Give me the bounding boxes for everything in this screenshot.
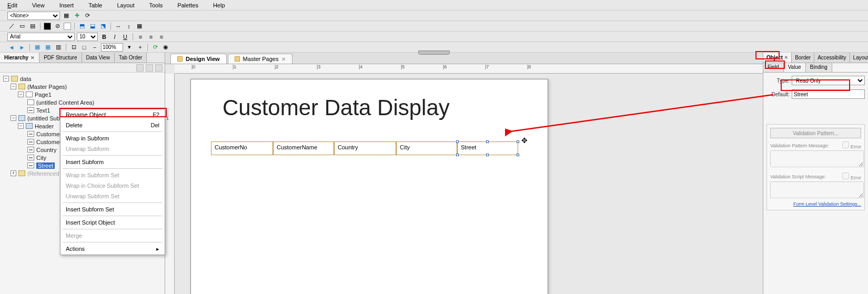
move-up-icon[interactable] (136, 64, 144, 72)
val-script-msg-text[interactable] (770, 181, 864, 198)
tree-master-pages[interactable]: −(Master Pages) (1, 83, 164, 90)
border-icon[interactable]: ▤ (28, 22, 37, 31)
field-customerno[interactable]: CustomerNo (211, 141, 273, 155)
align-right-obj-icon[interactable]: ⬔ (99, 22, 107, 31)
menu-tools[interactable]: Tools (149, 2, 163, 8)
tab-data-view[interactable]: Data View (82, 53, 115, 63)
new-style-icon[interactable]: ✚ (73, 12, 81, 20)
menu-view[interactable]: View (32, 2, 45, 8)
close-icon[interactable]: ✕ (31, 55, 35, 60)
zoom-actual-icon[interactable]: □ (80, 43, 88, 52)
fill-color[interactable] (64, 23, 71, 30)
rect-icon[interactable]: ▭ (18, 22, 26, 31)
cm-actions[interactable]: Actions▸ (60, 244, 165, 255)
bold-icon[interactable]: B (100, 33, 108, 41)
field-customername[interactable]: CustomerName (273, 141, 334, 155)
tab-master-pages[interactable]: Master Pages✕ (228, 54, 293, 64)
field-street[interactable]: Street (457, 141, 518, 155)
tab-layout[interactable]: Layout (850, 53, 868, 63)
tab-pdf-structure[interactable]: PDF Structure (39, 53, 82, 63)
collapse-icon[interactable]: − (18, 92, 24, 97)
cm-rename[interactable]: Rename ObjectF2 (60, 109, 165, 120)
menu-insert[interactable]: Insert (59, 2, 74, 8)
cm-insert-script[interactable]: Insert Script Object (60, 217, 165, 228)
apply-style-icon[interactable]: ▦ (62, 12, 70, 20)
options-icon[interactable] (155, 64, 163, 72)
field-country[interactable]: Country (334, 141, 396, 155)
manage-style-icon[interactable]: ⟳ (83, 12, 92, 20)
guides-icon[interactable]: ▥ (54, 43, 63, 52)
cm-delete[interactable]: DeleteDel (60, 120, 165, 130)
validation-pattern-button[interactable]: Validation Pattern... (770, 128, 861, 138)
tree-content-area[interactable]: (untitled Content Area) (1, 98, 164, 106)
style-selector[interactable]: <None> (7, 12, 60, 20)
preview-icon[interactable]: ◉ (162, 43, 170, 52)
zoom-dropdown-icon[interactable]: ▾ (125, 43, 134, 52)
val-pattern-msg-text[interactable] (770, 150, 864, 167)
collapse-icon[interactable]: − (18, 123, 24, 129)
no-stroke-icon[interactable]: ⊘ (53, 22, 62, 31)
line-icon[interactable]: ／ (7, 22, 16, 31)
cm-insert-subform[interactable]: Insert Subform (60, 157, 165, 167)
zoom-out-icon[interactable]: − (90, 43, 99, 52)
zoom-in-icon[interactable]: ＋ (136, 43, 144, 52)
error-checkbox-1[interactable] (842, 141, 849, 148)
form-icon (11, 76, 18, 82)
stroke-color[interactable] (44, 23, 51, 30)
align-left-icon[interactable]: ≡ (136, 33, 145, 41)
align-right-icon[interactable]: ≡ (157, 33, 166, 41)
tree-page1[interactable]: −Page1 (1, 90, 164, 98)
form-validation-link[interactable]: Form Level Validation Settings... (770, 201, 861, 207)
subtab-field[interactable]: Field (763, 63, 784, 72)
collapse-icon[interactable]: − (11, 115, 16, 121)
subtab-binding[interactable]: Binding (806, 63, 832, 72)
field-city[interactable]: City (396, 141, 457, 155)
tab-border[interactable]: Border (792, 53, 814, 63)
page-title[interactable]: Customer Data Display (223, 95, 450, 120)
tab-object[interactable]: Object✕ (763, 53, 792, 63)
align-center-icon[interactable]: ≡ (147, 33, 155, 41)
collapse-icon[interactable]: − (11, 84, 16, 89)
expand-icon[interactable]: + (11, 170, 16, 176)
menu-layout[interactable]: Layout (117, 2, 134, 8)
grid-icon[interactable]: ▦ (33, 43, 42, 52)
menu-table[interactable]: Table (88, 2, 102, 8)
menu-edit[interactable]: EEditdit (7, 2, 17, 8)
splitter-grip[interactable] (418, 50, 450, 55)
zoom-fit-icon[interactable]: ⊡ (69, 43, 78, 52)
tab-hierarchy[interactable]: Hierarchy✕ (0, 53, 39, 63)
move-down-icon[interactable] (146, 64, 153, 72)
tab-accessibility[interactable]: Accessibility (814, 53, 850, 63)
cm-wrap-subform[interactable]: Wrap in Subform (60, 133, 165, 144)
italic-icon[interactable]: I (110, 33, 119, 41)
refresh-icon[interactable]: ⟳ (151, 43, 159, 52)
group-icon[interactable]: ▦ (135, 22, 144, 31)
font-family[interactable]: Arial (7, 33, 75, 41)
align-center-obj-icon[interactable]: ⬓ (88, 22, 97, 31)
align-left-obj-icon[interactable]: ⬒ (78, 22, 86, 31)
dist-v-icon[interactable]: ↕ (125, 22, 133, 31)
collapse-icon[interactable]: − (3, 76, 9, 82)
snap-icon[interactable]: ▦ (44, 43, 52, 52)
menu-help[interactable]: Help (213, 2, 225, 8)
font-size[interactable]: 10 (77, 33, 98, 41)
type-select[interactable]: Read Only (792, 76, 865, 85)
close-icon[interactable]: ✕ (281, 56, 286, 62)
underline-icon[interactable]: U (121, 33, 129, 41)
canvas-scroll[interactable]: Customer Data Display CustomerNo Custome… (175, 74, 763, 294)
design-page[interactable]: Customer Data Display CustomerNo Custome… (190, 79, 548, 294)
close-icon[interactable]: ✕ (784, 55, 788, 60)
tab-design-view[interactable]: Design View (170, 54, 227, 64)
nav-back-icon[interactable]: ◄ (7, 43, 16, 52)
tree-root[interactable]: −data (1, 75, 164, 83)
subtab-value[interactable]: Value (784, 63, 806, 72)
cm-wrap-choice: Wrap in Choice Subform Set (60, 180, 165, 191)
cm-insert-set[interactable]: Insert Subform Set (60, 204, 165, 215)
nav-fwd-icon[interactable]: ► (18, 43, 26, 52)
error-checkbox-2[interactable] (842, 173, 849, 179)
default-input[interactable] (792, 89, 865, 99)
tab-tab-order[interactable]: Tab Order (115, 53, 147, 63)
menu-palettes[interactable]: Palettes (177, 2, 198, 8)
zoom-value[interactable] (101, 43, 123, 52)
dist-h-icon[interactable]: ↔ (114, 22, 123, 31)
